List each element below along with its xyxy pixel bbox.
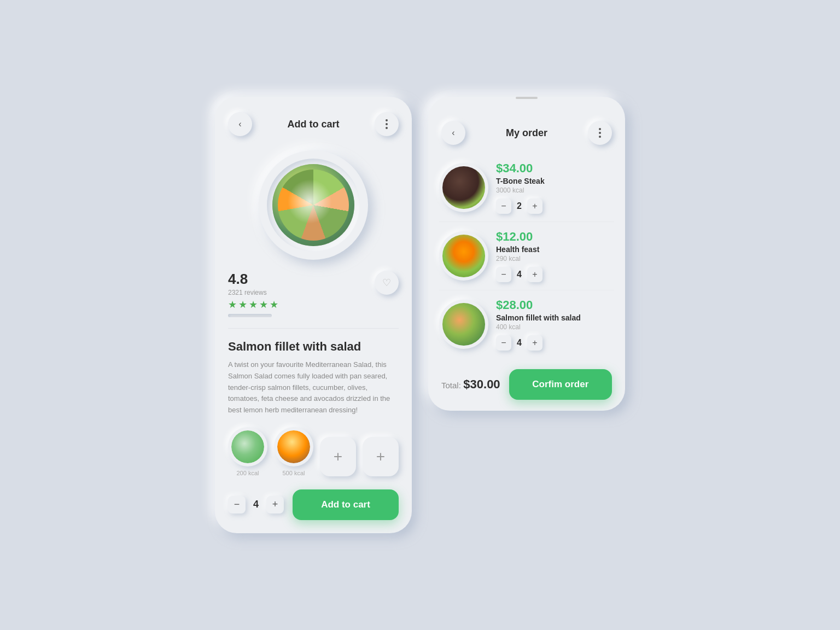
total-section: Total: $30.00 bbox=[441, 377, 500, 392]
variant-1-dish[interactable] bbox=[228, 427, 267, 466]
variant-2-dish[interactable] bbox=[274, 427, 313, 466]
order-page-title: My order bbox=[506, 127, 547, 139]
rating-left: 4.8 2321 reviews ★ ★ ★ ★ ★ bbox=[228, 271, 278, 317]
feast-decrease-btn[interactable]: − bbox=[496, 267, 511, 282]
feast-increase-btn[interactable]: + bbox=[527, 267, 542, 282]
star-3: ★ bbox=[249, 299, 258, 311]
feast-name: Health feast bbox=[496, 245, 614, 254]
order-item-2-info: $12.00 Health feast 290 kcal − 4 + bbox=[496, 230, 614, 282]
dot5 bbox=[599, 132, 601, 134]
quantity-value: 4 bbox=[253, 499, 259, 510]
reviews-count: 2321 reviews bbox=[228, 289, 278, 296]
steak-minus-icon: − bbox=[501, 201, 506, 211]
salmon2-price: $28.00 bbox=[496, 298, 614, 312]
feast-dish-image bbox=[439, 231, 488, 281]
stars-row: ★ ★ ★ ★ ★ bbox=[228, 299, 278, 311]
feast-qty: 4 bbox=[517, 270, 522, 279]
increase-qty-button[interactable]: + bbox=[266, 496, 284, 514]
order-item-3-info: $28.00 Salmon fillet with salad 400 kcal… bbox=[496, 298, 614, 351]
variant-1-kcal: 200 kcal bbox=[237, 470, 259, 476]
star-1: ★ bbox=[228, 299, 237, 311]
rating-value: 4.8 bbox=[228, 271, 278, 288]
total-label: Total: bbox=[441, 381, 461, 390]
confirm-order-label: Corfim order bbox=[532, 379, 588, 389]
heart-icon: ♡ bbox=[382, 277, 391, 289]
variant-1[interactable]: 200 kcal bbox=[228, 427, 267, 476]
add-variant-button-1[interactable]: + bbox=[320, 437, 356, 476]
dish-info: Salmon fillet with salad A twist on your… bbox=[215, 340, 412, 416]
salmon2-food-img bbox=[442, 303, 485, 346]
variant-2-img bbox=[277, 430, 310, 463]
salmon2-kcal: 400 kcal bbox=[496, 323, 614, 331]
variant-2-food-img bbox=[277, 430, 310, 463]
salmon2-qty-row: − 4 + bbox=[496, 335, 614, 351]
feast-kcal: 290 kcal bbox=[496, 255, 614, 262]
menu-button-2[interactable] bbox=[588, 121, 612, 145]
bottom-bar: − 4 + Add to cart bbox=[215, 476, 412, 520]
rating-bar bbox=[228, 314, 272, 317]
dish-outer-ring bbox=[259, 150, 368, 260]
back-button-2[interactable]: ‹ bbox=[441, 121, 465, 145]
rating-section: 4.8 2321 reviews ★ ★ ★ ★ ★ ♡ bbox=[215, 271, 412, 317]
feast-price: $12.00 bbox=[496, 230, 614, 244]
back-icon-2: ‹ bbox=[452, 128, 454, 138]
steak-food-img bbox=[442, 166, 485, 209]
order-item-1-info: $34.00 T-Bone Steak 3000 kcal − 2 + bbox=[496, 161, 614, 214]
steak-increase-btn[interactable]: + bbox=[527, 199, 542, 214]
my-order-screen: ‹ My order $34.00 T-Bone Steak 3000 kcal bbox=[428, 97, 625, 411]
screen1-header: ‹ Add to cart bbox=[215, 97, 412, 145]
star-4: ★ bbox=[259, 299, 268, 311]
variant-2-kcal: 500 kcal bbox=[283, 470, 305, 476]
variants-row: 200 kcal 500 kcal + + bbox=[228, 427, 399, 476]
salmon2-decrease-btn[interactable]: − bbox=[496, 335, 511, 351]
divider-1 bbox=[228, 328, 399, 329]
menu-button[interactable] bbox=[375, 112, 399, 136]
back-button[interactable]: ‹ bbox=[228, 112, 252, 136]
salmon2-name: Salmon fillet with salad bbox=[496, 313, 614, 322]
steak-qty-row: − 2 + bbox=[496, 199, 614, 214]
star-5: ★ bbox=[270, 299, 278, 311]
order-item-2: $12.00 Health feast 290 kcal − 4 + bbox=[439, 222, 614, 290]
plus-icon-2: + bbox=[376, 448, 385, 465]
dot6 bbox=[599, 136, 601, 138]
add-to-cart-button[interactable]: Add to cart bbox=[293, 489, 399, 520]
quantity-control: − 4 + bbox=[228, 496, 284, 514]
steak-decrease-btn[interactable]: − bbox=[496, 199, 511, 214]
steak-dish-image bbox=[439, 163, 488, 212]
dot1 bbox=[386, 119, 388, 121]
plus-icon-1: + bbox=[334, 448, 342, 465]
order-item-1: $34.00 T-Bone Steak 3000 kcal − 2 + bbox=[439, 154, 614, 222]
dot3 bbox=[386, 127, 388, 129]
confirm-order-button[interactable]: Corfim order bbox=[509, 369, 612, 400]
page-title: Add to cart bbox=[287, 119, 339, 130]
salmon2-minus-icon: − bbox=[501, 338, 506, 348]
order-item-3: $28.00 Salmon fillet with salad 400 kcal… bbox=[439, 290, 614, 358]
order-list: $34.00 T-Bone Steak 3000 kcal − 2 + bbox=[428, 154, 625, 358]
feast-minus-icon: − bbox=[501, 270, 506, 279]
variant-1-food-img bbox=[231, 430, 264, 463]
order-bottom-bar: Total: $30.00 Corfim order bbox=[428, 358, 625, 411]
steak-name: T-Bone Steak bbox=[496, 177, 614, 185]
steak-qty: 2 bbox=[517, 201, 522, 211]
salmon2-dish-image bbox=[439, 300, 488, 349]
drag-handle bbox=[516, 97, 538, 99]
dish-title: Salmon fillet with salad bbox=[228, 340, 399, 354]
add-variant-button-2[interactable]: + bbox=[363, 437, 399, 476]
add-to-cart-screen: ‹ Add to cart 4.8 2321 reviews ★ bbox=[215, 97, 412, 533]
feast-food-img bbox=[442, 235, 485, 277]
salmon2-increase-btn[interactable]: + bbox=[527, 335, 542, 351]
feast-plus-icon: + bbox=[532, 270, 537, 279]
steak-kcal: 3000 kcal bbox=[496, 186, 614, 194]
variant-2[interactable]: 500 kcal bbox=[274, 427, 313, 476]
decrease-qty-button[interactable]: − bbox=[228, 496, 246, 514]
favorite-button[interactable]: ♡ bbox=[375, 271, 399, 295]
feast-qty-row: − 4 + bbox=[496, 267, 614, 282]
screen2-header: ‹ My order bbox=[428, 106, 625, 154]
salmon2-qty: 4 bbox=[517, 338, 522, 348]
variant-1-img bbox=[231, 430, 264, 463]
dish-description: A twist on your favourite Mediterranean … bbox=[228, 359, 399, 416]
dot2 bbox=[386, 123, 388, 125]
variants-section: 200 kcal 500 kcal + + bbox=[215, 416, 412, 476]
plus-icon: + bbox=[272, 499, 278, 510]
dot4 bbox=[599, 128, 601, 130]
